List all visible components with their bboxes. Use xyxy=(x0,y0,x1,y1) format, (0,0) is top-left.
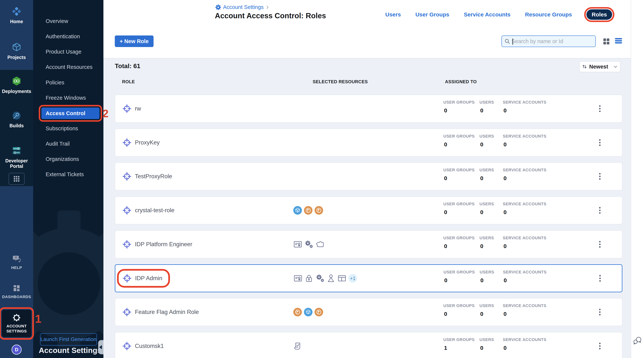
row-menu-button[interactable] xyxy=(597,240,603,248)
tab-roles-active[interactable]: Roles xyxy=(586,9,612,20)
svg-text:?: ? xyxy=(15,256,17,260)
row-menu-button[interactable] xyxy=(597,172,603,181)
table-row-rw[interactable]: rwUSER GROUPS0USERS0SERVICE ACCOUNTS0 xyxy=(115,95,622,123)
support-chat-icon[interactable] xyxy=(633,336,642,345)
breadcrumb-link[interactable]: Account Settings xyxy=(223,4,264,10)
role-name[interactable]: IDP Platform Engineer xyxy=(135,241,192,248)
tab-service-accounts[interactable]: Service Accounts xyxy=(464,11,510,18)
featureflag-circle-icon xyxy=(314,206,323,215)
assigned-count: 0 xyxy=(504,209,546,215)
chevron-down-icon xyxy=(614,65,618,69)
role-name[interactable]: Feature Flag Admin Role xyxy=(135,309,199,315)
user-avatar[interactable]: D xyxy=(0,344,33,355)
sidebar-item-developer-portal[interactable]: Developer Portal xyxy=(0,145,33,169)
assigned-count: 0 xyxy=(480,107,494,114)
sidebar-footer-title: Account Settings xyxy=(39,346,102,355)
assigned-column-label: USER GROUPS xyxy=(443,100,474,105)
breadcrumb: Account Settings xyxy=(215,4,269,10)
sidebar-item-organizations[interactable]: Organizations xyxy=(33,151,104,167)
sidebar-item-authentication[interactable]: Authentication xyxy=(33,29,104,44)
sidebar-item-subscriptions[interactable]: Subscriptions xyxy=(33,121,104,136)
scroll-check-icon xyxy=(293,341,302,350)
role-name[interactable]: ProxyKey xyxy=(135,139,160,146)
sidebar-item-access-control[interactable]: Access Control xyxy=(41,107,100,119)
tab-users[interactable]: Users xyxy=(385,11,401,18)
assigned-column-label: SERVICE ACCOUNTS xyxy=(503,236,546,240)
more-resources-badge[interactable]: +1 xyxy=(348,274,357,283)
role-name[interactable]: crystal-test-role xyxy=(135,207,174,214)
layout-icon xyxy=(338,274,346,283)
role-target-icon xyxy=(122,239,132,250)
assigned-column-label: SERVICE ACCOUNTS xyxy=(503,303,546,308)
assigned-service-accounts: SERVICE ACCOUNTS0 xyxy=(503,168,546,182)
table-row-crystal-test-role[interactable]: crystal-test-roleUSER GROUPS0USERS0SERVI… xyxy=(115,196,622,224)
sidebar-item-account-settings[interactable]: ACCOUNT SETTINGS xyxy=(2,310,31,337)
row-menu-button[interactable] xyxy=(597,342,603,350)
table-row-customsk1[interactable]: Customsk1USER GROUPS1USERS0SERVICE ACCOU… xyxy=(115,332,622,358)
assigned-service-accounts: SERVICE ACCOUNTS0 xyxy=(503,303,546,317)
assigned-count: 0 xyxy=(444,141,474,148)
role-name-group: IDP Admin xyxy=(120,271,168,285)
assigned-column-label: USERS xyxy=(480,303,494,308)
sidebar-item-freeze-windows[interactable]: Freeze Windows xyxy=(33,90,104,105)
role-name[interactable]: TestProxyRole xyxy=(135,173,172,180)
certificate-icon xyxy=(293,240,302,249)
launch-first-generation-button[interactable]: Launch First Generation xyxy=(40,333,97,345)
table-row-idp-admin[interactable]: IDP Admin+1USER GROUPS0USERS0SERVICE ACC… xyxy=(115,264,622,292)
sort-dropdown[interactable]: Newest xyxy=(579,61,620,72)
list-view-toggle[interactable] xyxy=(615,38,622,44)
tab-user-groups[interactable]: User Groups xyxy=(415,11,449,18)
grid-view-toggle[interactable] xyxy=(603,38,610,45)
assigned-column-label: USERS xyxy=(480,202,494,207)
sidebar-item-deployments[interactable]: Deployments xyxy=(0,75,33,94)
sidebar-item-help[interactable]: ? HELP xyxy=(0,255,33,270)
sidebar-item-product-usage[interactable]: Product Usage xyxy=(33,44,104,59)
sidebar-collapse-handle[interactable] xyxy=(98,340,104,354)
gears-icon xyxy=(316,274,324,283)
row-menu-button[interactable] xyxy=(597,105,603,113)
role-target-icon xyxy=(122,103,132,114)
assigned-column-label: USER GROUPS xyxy=(443,337,474,342)
search-input[interactable] xyxy=(512,38,593,44)
role-name[interactable]: Customsk1 xyxy=(135,343,164,349)
assigned-count: 0 xyxy=(444,107,474,114)
assigned-users: USERS0 xyxy=(480,202,494,215)
rail-builds-label: Builds xyxy=(10,123,24,128)
role-target-icon xyxy=(122,307,132,317)
new-role-button[interactable]: + New Role xyxy=(115,36,154,47)
avatar-initial: D xyxy=(12,344,22,355)
sidebar-item-external-tickets[interactable]: External Tickets xyxy=(33,167,104,182)
account-settings-sidebar: OverviewAuthenticationProduct UsageAccou… xyxy=(33,0,104,358)
sidebar-item-home[interactable]: Home xyxy=(0,6,33,24)
row-menu-button[interactable] xyxy=(597,274,603,282)
assigned-count: 0 xyxy=(480,345,494,351)
selected-resources xyxy=(293,240,324,249)
row-menu-button[interactable] xyxy=(597,206,603,215)
sidebar-item-policies[interactable]: Policies xyxy=(33,75,104,90)
table-row-proxykey[interactable]: ProxyKeyUSER GROUPS0USERS0SERVICE ACCOUN… xyxy=(115,129,622,157)
sidebar-item-projects[interactable]: Projects xyxy=(0,42,33,60)
role-name[interactable]: rw xyxy=(135,105,141,112)
assigned-count: 0 xyxy=(480,243,494,249)
row-menu-button[interactable] xyxy=(597,138,603,147)
sidebar-item-builds[interactable]: Builds xyxy=(0,110,33,128)
assigned-column-label: USER GROUPS xyxy=(443,202,474,207)
table-row-feature-flag-admin-role[interactable]: Feature Flag Admin RoleUSER GROUPS0USERS… xyxy=(115,298,622,326)
page-header: Account Settings Account Access Control:… xyxy=(104,0,631,58)
table-row-idp-platform-engineer[interactable]: IDP Platform EngineerUSER GROUPS0USERS0S… xyxy=(115,230,622,258)
sidebar-item-overview[interactable]: Overview xyxy=(33,14,104,29)
sidebar-item-account-resources[interactable]: Account Resources xyxy=(33,59,104,75)
row-menu-button[interactable] xyxy=(597,308,603,316)
table-row-testproxyrole[interactable]: TestProxyRoleUSER GROUPS0USERS0SERVICE A… xyxy=(115,162,622,190)
assigned-user-groups: USER GROUPS0 xyxy=(443,303,474,317)
template-icon xyxy=(315,240,324,249)
role-name[interactable]: IDP Admin xyxy=(135,275,162,282)
tab-resource-groups[interactable]: Resource Groups xyxy=(525,11,572,18)
rail-help-label: HELP xyxy=(11,265,22,270)
environments-circle-icon xyxy=(293,206,302,215)
sidebar-item-dashboards[interactable]: DASHBOARDS xyxy=(0,284,33,299)
sidebar-item-audit-trail[interactable]: Audit Trail xyxy=(33,136,104,151)
collapse-arrow-icon xyxy=(99,345,102,349)
assigned-user-groups: USER GROUPS0 xyxy=(443,168,474,182)
module-switcher-button[interactable] xyxy=(0,173,33,185)
